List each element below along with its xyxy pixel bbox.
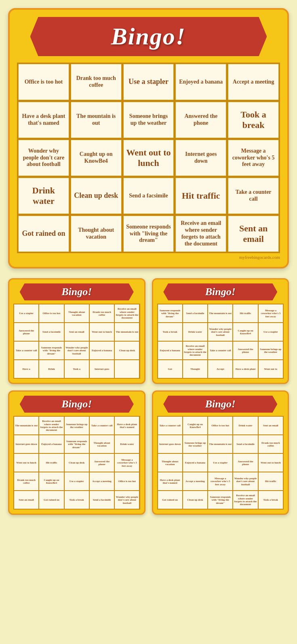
small-cell-3-24: Took a break <box>259 491 283 509</box>
small-cell-3-4: Sent an email <box>259 417 283 434</box>
small-cell-0-5: Answered the phone <box>14 323 38 341</box>
small-cell-2-10: Went out to lunch <box>14 454 38 472</box>
small-cell-0-6: Send a facsimile <box>39 323 63 341</box>
small-cell-0-19 <box>115 360 139 378</box>
small-cell-0-15: Have a <box>14 360 38 378</box>
small-cell-0-2: Thought about vacation <box>65 304 89 322</box>
main-cell-7: Someone brings up the weather <box>123 102 174 138</box>
small-cell-2-2: Someone brings up the weather <box>65 417 89 434</box>
small-cell-0-12: Wonder why people don't care about footb… <box>65 342 89 359</box>
small-cell-1-19: Went out to <box>259 360 283 378</box>
small-cell-0-7: Sent an email <box>65 323 89 341</box>
small-cell-2-1: Receive an email where sender forgets to… <box>39 417 63 434</box>
small-cell-2-18: Accept a meeting <box>90 472 114 490</box>
small-cell-2-7: Someone responds with "living the dream" <box>65 435 89 453</box>
main-cell-12: Went out to lunch <box>123 140 174 176</box>
main-cell-13: Internet goes down <box>175 140 226 176</box>
small-cell-2-8: Thought about vacation <box>90 435 114 453</box>
small-card-1: Bingo!Someone responds with "living the … <box>152 278 289 384</box>
small-cell-2-19: Office is too hot <box>115 472 139 490</box>
small-grid-0: Use a staplerOffice is too hotThought ab… <box>13 304 140 379</box>
main-cell-2: Use a stapler <box>123 64 174 100</box>
small-card-3: Bingo!Take a counter callCaught up on Kn… <box>152 390 289 515</box>
main-cell-3: Enjoyed a banana <box>175 64 226 100</box>
small-cell-2-16: Caught up on KnowBe4 <box>39 472 63 490</box>
watermark: myfreebingocards.com <box>17 255 280 260</box>
main-cell-8: Answered the phone <box>175 102 226 138</box>
main-banner: Bingo! <box>17 17 280 56</box>
small-cell-1-7: Wonder why people don't care about footb… <box>208 323 232 341</box>
main-cell-16: Clean up desk <box>71 178 122 214</box>
small-cell-3-12: Use a stapler <box>208 454 232 472</box>
main-cell-19: Take a counter call <box>228 178 279 214</box>
small-cell-3-19: Hit traffic <box>259 472 283 490</box>
small-cell-3-13: Answered the phone <box>233 454 257 472</box>
small-cell-0-16: Drink <box>39 360 63 378</box>
main-cell-18: Hit traffic <box>175 178 226 214</box>
small-cell-1-2: The mountain is out <box>208 304 232 322</box>
small-grid-3: Take a counter callCaught up on KnowBe4O… <box>157 416 284 510</box>
small-cell-3-11: Enjoyed a banana <box>183 454 207 472</box>
small-card-2: Bingo!The mountain is outReceive an emai… <box>8 390 145 515</box>
small-cell-2-21: Got rained on <box>39 491 63 509</box>
small-cell-3-21: Clean up desk <box>183 491 207 509</box>
small-cell-1-0: Someone responds with "living the dream" <box>158 304 182 322</box>
main-cell-21: Thought about vacation <box>71 216 122 252</box>
small-cell-1-10: Enjoyed a banana <box>158 342 182 359</box>
small-cell-1-9: Use a stapler <box>259 323 283 341</box>
small-cell-1-1: Send a facsimile <box>183 304 207 322</box>
small-grid-1: Someone responds with "living the dream"… <box>157 304 284 379</box>
main-cell-14: Message a coworker who's 5 feet away <box>228 140 279 176</box>
small-cell-3-15: Have a desk plant that's named <box>158 472 182 490</box>
small-cell-3-16: Accept a meeting <box>183 472 207 490</box>
small-cell-0-18: Internet goes <box>90 360 114 378</box>
bottom-cards-row: Bingo!Use a staplerOffice is too hotThou… <box>8 278 289 515</box>
main-cell-23: Receive an email where sender forgets to… <box>175 216 226 252</box>
small-cell-3-20: Got rained on <box>158 491 182 509</box>
main-cell-24: Sent an email <box>228 216 279 252</box>
small-cell-1-17: Accept <box>208 360 232 378</box>
main-cell-17: Send a facsimile <box>123 178 174 214</box>
small-cell-2-4: Have a desk plant that's named <box>115 417 139 434</box>
main-bingo-card: Bingo! Office is too hotDrank too much c… <box>8 8 289 269</box>
small-cell-3-22: Someone responds with "living the dream" <box>208 491 232 509</box>
small-cell-3-3: Drink water <box>233 417 257 434</box>
small-cell-3-6: Someone brings up the weather <box>183 435 207 453</box>
main-cell-15: Drink water <box>18 178 69 214</box>
small-cell-1-12: Take a counter call <box>208 342 232 359</box>
main-cell-20: Got rained on <box>18 216 69 252</box>
small-cell-2-23: Send a facsimile <box>90 491 114 509</box>
small-cell-3-1: Caught up on KnowBe4 <box>183 417 207 434</box>
main-cell-9: Took a break <box>228 102 279 138</box>
small-cell-3-18: Wonder why people don't care about footb… <box>233 472 257 490</box>
small-cell-1-6: Drink water <box>183 323 207 341</box>
small-cell-3-17: Message a coworker who's 5 feet away <box>208 472 232 490</box>
small-cell-1-3: Hit traffic <box>233 304 257 322</box>
small-card-0: Bingo!Use a staplerOffice is too hotThou… <box>8 278 145 384</box>
main-cell-22: Someone responds with "living the dream" <box>123 216 174 252</box>
small-cell-1-11: Receive an email where sender forgets to… <box>183 342 207 359</box>
main-cell-10: Wonder why people don't care about footb… <box>18 140 69 176</box>
small-cell-3-5: Internet goes down <box>158 435 182 453</box>
small-cell-2-5: Internet goes down <box>14 435 38 453</box>
main-cell-4: Accept a meeting <box>228 64 279 100</box>
small-cell-1-18: Have a desk plant <box>233 360 257 378</box>
small-cell-2-0: The mountain is out <box>14 417 38 434</box>
small-cell-2-11: Hit traffic <box>39 454 63 472</box>
small-cell-0-14: Clean up desk <box>115 342 139 359</box>
small-cell-2-20: Sent an email <box>14 491 38 509</box>
small-cell-2-12: Clean up desk <box>65 454 89 472</box>
small-banner-0: Bingo! <box>13 283 140 300</box>
banner-background: Bingo! <box>30 17 267 56</box>
small-cell-3-0: Take a counter call <box>158 417 182 434</box>
small-cell-0-0: Use a stapler <box>14 304 38 322</box>
small-cell-2-13: Answered the phone <box>90 454 114 472</box>
small-cell-0-10: Take a counter call <box>14 342 38 359</box>
small-cell-1-13: Answered the phone <box>233 342 257 359</box>
small-cell-1-16: Thought <box>183 360 207 378</box>
small-cell-2-9: Drink water <box>115 435 139 453</box>
small-cell-3-7: The mountain is out <box>208 435 232 453</box>
small-cell-0-8: Went out to lunch <box>90 323 114 341</box>
main-grid: Office is too hotDrank too much coffeeUs… <box>17 63 280 253</box>
main-title: Bingo! <box>111 23 186 50</box>
